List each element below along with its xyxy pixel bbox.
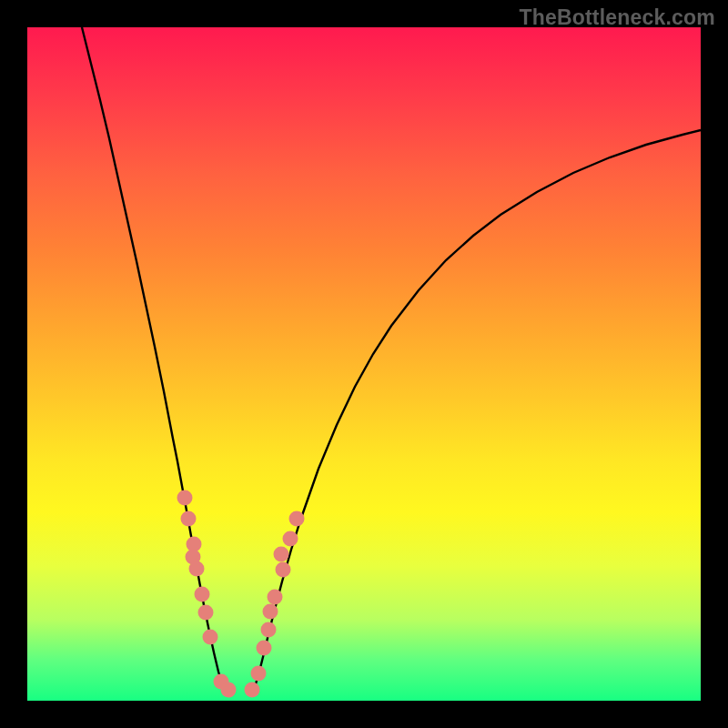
data-point [181,511,197,527]
data-point [177,490,193,506]
data-point [195,587,210,602]
data-point [276,562,291,578]
data-point [251,666,267,682]
data-point [289,511,305,527]
curve-right-branch [255,130,701,687]
data-point [283,531,298,547]
point-cluster-left [177,490,237,698]
data-point [274,547,289,562]
watermark-text: TheBottleneck.com [519,5,715,30]
data-point [221,682,237,698]
data-point [257,641,272,656]
data-point [261,622,277,638]
chart-svg [27,27,701,701]
data-point [203,630,218,645]
data-point [263,604,278,620]
data-point [245,682,260,698]
data-point [198,605,214,621]
data-point [268,590,283,605]
point-cluster-right [245,511,305,698]
data-point [189,561,205,577]
